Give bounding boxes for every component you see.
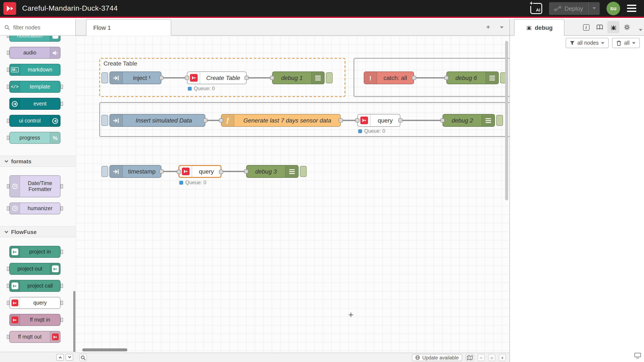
node-generate-sensor-data[interactable]: f Generate last 7 days sensor data xyxy=(221,114,341,127)
clock-icon xyxy=(10,176,20,197)
node-query-2row[interactable]: query xyxy=(357,114,400,127)
globe-icon xyxy=(416,355,420,360)
node-query-selected[interactable]: query xyxy=(178,165,222,178)
canvas-search-button[interactable] xyxy=(79,354,87,361)
inject-button[interactable] xyxy=(101,166,108,177)
right-sidebar: debug i xyxy=(510,19,644,362)
status-text: Queue: 0 xyxy=(185,180,206,185)
zoom-reset-button[interactable]: ○ xyxy=(488,354,495,361)
sidebar-menu-button[interactable] xyxy=(639,25,642,33)
palette-node-ui-control[interactable]: ui control xyxy=(9,115,60,127)
palette-node-progress[interactable]: progress % xyxy=(9,132,60,144)
output-port[interactable] xyxy=(244,76,249,80)
output-port[interactable] xyxy=(159,169,164,174)
palette-node-audio[interactable]: audio xyxy=(9,47,60,59)
palette-node-template[interactable]: </> template xyxy=(9,81,60,93)
output-port[interactable] xyxy=(398,118,402,123)
palette-node-query[interactable]: query xyxy=(9,297,60,309)
palette-node-event[interactable]: event xyxy=(9,98,60,110)
add-flow-button[interactable]: + xyxy=(482,22,494,33)
open-in-window-button[interactable] xyxy=(634,353,641,360)
palette-node-humanizer[interactable]: humanizer xyxy=(9,202,60,214)
node-debug-2[interactable]: debug 2 xyxy=(442,114,495,127)
flowfuse-logo-icon[interactable] xyxy=(4,2,16,15)
port-stub xyxy=(7,51,9,55)
node-timestamp[interactable]: timestamp xyxy=(110,165,162,178)
palette-node-markdown[interactable]: M↓ markdown xyxy=(9,64,60,76)
inject-button[interactable] xyxy=(101,115,108,126)
input-port[interactable] xyxy=(185,76,189,80)
debug-clear-button[interactable]: all xyxy=(612,38,640,48)
flow-canvas[interactable]: Create Table xyxy=(76,36,510,353)
inject-button[interactable] xyxy=(101,72,108,83)
output-port[interactable] xyxy=(412,76,416,80)
deploy-options-button[interactable] xyxy=(589,2,600,15)
node-create-table[interactable]: Create Table xyxy=(187,71,246,84)
info-tab-button[interactable]: i xyxy=(580,21,592,33)
port-stub xyxy=(60,284,63,288)
input-port[interactable] xyxy=(244,169,248,174)
input-port[interactable] xyxy=(270,76,274,80)
output-port[interactable] xyxy=(159,76,164,80)
zoom-out-button[interactable]: − xyxy=(478,354,485,361)
node-catch-all[interactable]: ! catch: all xyxy=(364,71,414,84)
node-label: Insert simulated Data xyxy=(123,117,205,124)
output-port[interactable] xyxy=(203,118,208,123)
debug-tab-button[interactable] xyxy=(607,21,619,33)
zoom-in-button[interactable]: + xyxy=(499,354,506,361)
port-stub xyxy=(7,68,9,72)
palette-category-formats[interactable]: formats xyxy=(0,156,76,167)
palette-node-notification[interactable]: notification xyxy=(9,36,60,42)
canvas-horizontal-scrollbar[interactable] xyxy=(82,348,127,351)
input-port[interactable] xyxy=(355,118,360,123)
flowfuse-icon xyxy=(50,263,60,274)
input-port[interactable] xyxy=(177,170,181,174)
node-label: timestamp xyxy=(123,168,161,175)
update-available-button[interactable]: Update available xyxy=(412,354,462,361)
palette-scrollbar[interactable] xyxy=(73,291,76,352)
main-menu-button[interactable] xyxy=(627,5,636,12)
debug-toggle-button[interactable] xyxy=(300,166,307,177)
palette-node-ff-mqtt-out[interactable]: ff mqtt out xyxy=(9,331,60,343)
palette-node-datetime-formatter[interactable]: Date/Time Formatter xyxy=(9,175,60,197)
output-port[interactable] xyxy=(219,170,223,174)
user-avatar[interactable]: su xyxy=(606,1,620,15)
port-stub xyxy=(7,184,9,188)
node-label: debug 3 xyxy=(246,168,285,175)
flowfuse-node-red-editor: Careful-Mandarin-Duck-3744 AI Deploy xyxy=(0,0,644,362)
input-port[interactable] xyxy=(219,118,223,123)
deploy-button[interactable]: Deploy xyxy=(549,2,600,15)
sidebar-tab-label: debug xyxy=(535,24,553,31)
debug-toggle-button[interactable] xyxy=(496,115,503,126)
palette-search-input[interactable] xyxy=(12,24,68,31)
info-icon: i xyxy=(583,24,589,30)
node-debug-1[interactable]: debug 1 xyxy=(272,71,324,84)
input-port[interactable] xyxy=(444,76,448,80)
tab-debug[interactable]: debug xyxy=(514,19,564,36)
config-tab-button[interactable] xyxy=(621,21,633,33)
navigator-button[interactable] xyxy=(466,354,474,361)
flow-list-button[interactable] xyxy=(496,22,508,33)
palette-node-project-in[interactable]: project in xyxy=(9,246,60,258)
output-port[interactable] xyxy=(338,118,343,123)
port-stub xyxy=(60,318,63,322)
palette-scroll-down-button[interactable] xyxy=(66,354,73,361)
canvas-vertical-scrollbar[interactable] xyxy=(505,41,508,200)
palette-node-project-call[interactable]: project call xyxy=(9,280,60,292)
help-tab-button[interactable] xyxy=(594,21,606,33)
node-inject-1[interactable]: inject ¹ xyxy=(110,71,162,84)
flowfuse-icon xyxy=(10,246,20,257)
inject-arrow-icon xyxy=(110,72,123,84)
node-insert-simulated-data[interactable]: Insert simulated Data xyxy=(110,114,205,127)
palette-category-flowfuse[interactable]: FlowFuse xyxy=(0,226,76,237)
node-debug-3[interactable]: debug 3 xyxy=(246,165,298,178)
debug-toggle-button[interactable] xyxy=(326,72,333,83)
tab-flow-1[interactable]: Flow 1 xyxy=(86,19,171,36)
ai-assistant-button[interactable]: AI xyxy=(530,3,542,14)
input-port[interactable] xyxy=(440,118,445,123)
palette-scroll-up-button[interactable] xyxy=(56,354,64,361)
node-debug-6[interactable]: debug 6 xyxy=(446,71,499,84)
debug-filter-button[interactable]: all nodes xyxy=(566,38,609,48)
palette-node-project-out[interactable]: project out xyxy=(9,263,60,275)
palette-node-ff-mqtt-in[interactable]: ff mqtt in xyxy=(9,314,60,326)
